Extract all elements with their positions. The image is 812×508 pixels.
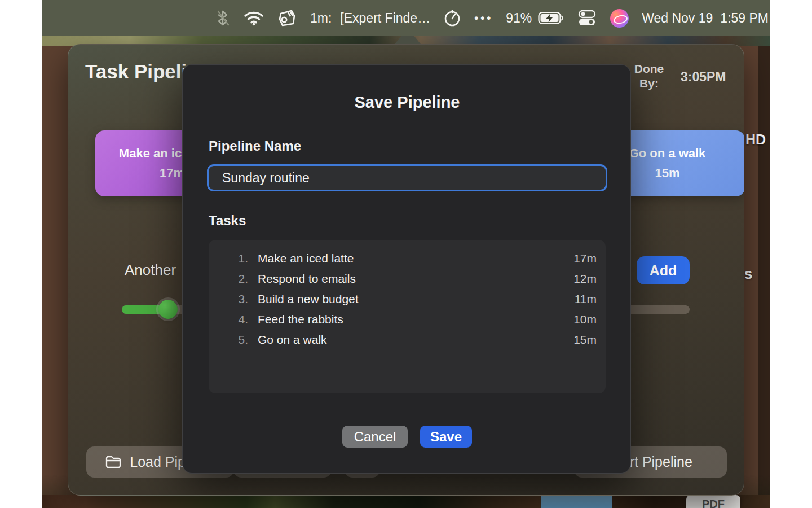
add-task-button[interactable]: Add xyxy=(637,256,690,284)
task-row: 5. Go on a walk 15m xyxy=(209,330,597,350)
task-pipeline-window: Task Pipeline Done By: 3:05PM Make an ic… xyxy=(68,44,744,496)
timer-icon[interactable] xyxy=(443,9,461,27)
tasks-label: Tasks xyxy=(209,213,246,229)
siri-icon[interactable] xyxy=(610,9,629,28)
wifi-icon[interactable] xyxy=(244,11,264,26)
overflow-dots-icon[interactable]: ••• xyxy=(474,12,493,25)
done-by-label: Done By: xyxy=(628,62,670,91)
menu-bar-date[interactable]: Wed Nov 19 xyxy=(642,11,713,26)
dialog-title: Save Pipeline xyxy=(183,93,632,112)
battery-percent-text[interactable]: 91% xyxy=(506,11,532,26)
task-row: 4. Feed the rabbits 10m xyxy=(209,309,597,330)
menu-bar-time[interactable]: 1:59 PM xyxy=(720,11,769,26)
menu-bar: 1m: [Expert Finde… ••• 91% xyxy=(42,0,770,36)
tracker-app-icon[interactable] xyxy=(277,9,297,27)
task-row: 2. Respond to emails 12m xyxy=(209,269,597,289)
duration-slider-thumb[interactable] xyxy=(158,300,178,319)
desktop-label-hd: HD xyxy=(745,132,766,148)
tracker-elapsed-text[interactable]: 1m: xyxy=(310,11,332,26)
screenshot-stage: HD s PDF xyxy=(0,0,812,508)
wallpaper-forest-floor xyxy=(42,495,770,508)
folder-icon xyxy=(105,455,122,469)
task-row: 3. Build a new budget 11m xyxy=(209,289,597,309)
control-center-icon[interactable] xyxy=(577,9,597,27)
pipeline-name-label: Pipeline Name xyxy=(209,138,301,154)
cancel-button[interactable]: Cancel xyxy=(342,426,408,448)
desktop: HD s PDF xyxy=(42,0,770,508)
battery-charging-icon[interactable] xyxy=(538,11,564,25)
tracker-window-text[interactable]: [Expert Finde… xyxy=(340,11,430,26)
another-task-label: Another xyxy=(125,261,176,279)
done-by-time: 3:05PM xyxy=(681,69,726,85)
save-button[interactable]: Save xyxy=(420,426,472,448)
pipeline-name-input[interactable] xyxy=(207,164,607,191)
save-pipeline-dialog: Save Pipeline Pipeline Name Tasks 1. Mak… xyxy=(182,64,631,474)
background-window-fragment xyxy=(541,495,612,508)
task-row: 1. Make an iced latte 17m xyxy=(209,248,597,269)
bluetooth-off-icon[interactable] xyxy=(216,10,231,27)
desktop-label-s: s xyxy=(744,265,752,283)
task-list: 1. Make an iced latte 17m 2. Respond to … xyxy=(209,240,606,393)
pdf-file-icon[interactable]: PDF xyxy=(686,495,740,508)
